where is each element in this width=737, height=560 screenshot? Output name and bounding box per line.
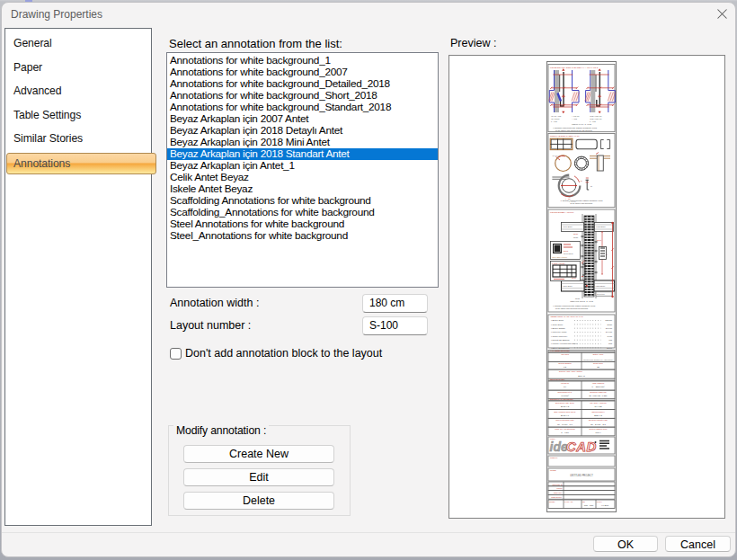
- svg-text:40ø: 40ø: [608, 339, 613, 342]
- svg-text:• Temel Pas Payı: • Temel Pas Payı: [551, 335, 567, 338]
- svg-text:1/50 - 1/50: 1/50 - 1/50: [584, 504, 594, 506]
- svg-text:(a/2) 40ø+Lü: (a/2) 40ø+Lü: [590, 118, 602, 120]
- svg-text:40.8 t/m²: 40.8 t/m²: [561, 395, 569, 396]
- svg-text:2.0 cm: 2.0 cm: [606, 331, 612, 333]
- svg-text:Deprem Yükü Analiz Yöntemi: Deprem Yükü Analiz Yöntemi: [559, 370, 582, 372]
- svg-text:L=40ø: L=40ø: [551, 120, 557, 122]
- svg-text:Bina Önem Kats. (BKS): Bina Önem Kats. (BKS): [555, 402, 574, 404]
- svg-text:ø8/20: ø8/20: [573, 236, 579, 238]
- svg-text:Rx= 7.0 Ry= 7.0: Rx= 7.0 Ry= 7.0: [557, 423, 573, 425]
- svg-text:Dx= 2.9 Dy= 2.8: Dx= 2.9 Dy= 2.8: [590, 423, 606, 425]
- svg-text:PROJE: PROJE: [550, 469, 556, 471]
- svg-text:Kat Sayısı: Kat Sayısı: [561, 382, 570, 384]
- svg-text:Dayanım Fazlalığı Kats.: Dayanım Fazlalığı Kats.: [589, 419, 608, 421]
- svg-text:to be taken into account for s: to be taken into account for stirrups.: [555, 307, 589, 309]
- svg-text:ide: ide: [550, 440, 568, 454]
- svg-text:± 40ø: ± 40ø: [572, 118, 577, 120]
- svg-text:BHS H 6: BHS H 6: [561, 414, 570, 416]
- svg-text:ø8/10: ø8/10: [597, 239, 602, 241]
- svg-text:S101: S101: [564, 250, 569, 252]
- svg-text:Yapı Sınıfı: Yapı Sınıfı: [561, 353, 570, 355]
- svg-text:ø8/10: ø8/10: [607, 347, 613, 350]
- svg-text:ø8 etriye: ø8 etriye: [553, 155, 561, 156]
- svg-text:TARİH: TARİH: [597, 501, 602, 502]
- svg-text:2.5 cm: 2.5 cm: [606, 327, 612, 330]
- svg-text:** Design requirements: TS500: ** Design requirements: TS500 durability…: [553, 305, 596, 307]
- svg-text:± 1.5 Lü: ± 1.5 Lü: [572, 115, 580, 117]
- svg-text:• Pas Payı (kiriş): • Pas Payı (kiriş): [551, 331, 567, 333]
- svg-text:Ex=0.804 Ey=0.229: Ex=0.804 Ey=0.229: [589, 395, 608, 396]
- svg-text:S420: S420: [607, 324, 612, 326]
- svg-text:10ø: 10ø: [608, 342, 613, 345]
- svg-text:KOLON BOYUNA DONATI EK DETAYI: KOLON BOYUNA DONATI EK DETAYI — TIP 1 / …: [550, 67, 599, 68]
- svg-text:4ø16+2ø14 toplam: 4ø16+2ø14 toplam: [552, 256, 567, 258]
- svg-text:Zemin Sınıfı: Zemin Sınıfı: [593, 362, 603, 364]
- svg-text:Zemin Emniyet G.: Zemin Emniyet G.: [557, 391, 572, 393]
- svg-text:(a) 1.5Lü: (a) 1.5Lü: [551, 118, 560, 120]
- svg-text:ø8/10: ø8/10: [572, 277, 577, 279]
- svg-text:TH 4.88: TH 4.88: [594, 405, 602, 407]
- svg-text:Bina Yükseklik Sınıfı (BYS): Bina Yükseklik Sınıfı (BYS): [554, 411, 575, 413]
- svg-text:Pafta No/Rev.: Pafta No/Rev.: [551, 496, 563, 498]
- svg-text:Maks. Rel. Kat Ötelemesi: Maks. Rel. Kat Ötelemesi: [555, 428, 575, 430]
- svg-text:TS500 8.1.5, ø=8/12: TS500 8.1.5, ø=8/12: [572, 123, 592, 126]
- svg-text:UNTITLED PROJECT: UNTITLED PROJECT: [570, 474, 593, 477]
- svg-text:30/60 ø8/10: 30/60 ø8/10: [564, 253, 574, 254]
- svg-text:Deprem Tasarım Sınıfı: Deprem Tasarım Sınıfı: [590, 428, 608, 430]
- svg-text:CAD: CAD: [566, 439, 597, 454]
- svg-text:NERVÜR 500/3, ø=8/12: NERVÜR 500/3, ø=8/12: [570, 300, 593, 303]
- svg-text:Tarih/ Rev.: Tarih/ Rev.: [554, 492, 563, 493]
- svg-text:ø8/10: ø8/10: [573, 233, 579, 235]
- svg-text:KOLON DÜŞEY AÇILIMI: KOLON DÜŞEY AÇILIMI: [550, 211, 574, 214]
- svg-text:BHS H 3: BHS H 3: [561, 405, 570, 407]
- svg-text:5 cm: 5 cm: [608, 335, 612, 338]
- svg-text:• Etriye Sıklaştırma: • Etriye Sıklaştırma: [551, 347, 570, 350]
- svg-text:MÜELLİF: MÜELLİF: [550, 457, 558, 458]
- svg-text:K = 2500 t/m³: K = 2500 t/m³: [592, 386, 605, 387]
- svg-text:TABLO: KOLON: TABLO: KOLON: [552, 262, 565, 264]
- svg-text:L=40ø: L=40ø: [590, 120, 596, 122]
- svg-text:K202 25/50: K202 25/50: [596, 285, 606, 287]
- svg-text:Yatak Katsayısı: Yatak Katsayısı: [592, 382, 605, 384]
- svg-text:Kat Adedi / Yükseklik: Kat Adedi / Yükseklik: [590, 402, 607, 404]
- svg-text:BTS H 2: BTS H 2: [594, 414, 602, 416]
- svg-text:YAPI GENEL BİLGİLERİ: YAPI GENEL BİLGİLERİ: [550, 350, 570, 351]
- svg-text:ZEMİN BİLGİLERİ: ZEMİN BİLGİLERİ: [550, 378, 565, 380]
- svg-text:Deprem Bölgesi: Deprem Bölgesi: [558, 362, 572, 364]
- svg-text:4.6.2017: 4.6.2017: [601, 504, 609, 506]
- svg-text:Süneklik Düzeyi: Süneklik Düzeyi: [591, 411, 605, 413]
- svg-text:** Design requirements: TS500: ** Design requirements: TS500 durability…: [560, 200, 603, 201]
- svg-text:K201 25/50: K201 25/50: [563, 285, 573, 287]
- svg-text:Spektrum Katsayıları: Spektrum Katsayıları: [590, 391, 607, 393]
- svg-text:to be taken into account.: to be taken into account.: [570, 202, 592, 204]
- svg-text:K102 25/50: K102 25/50: [596, 226, 606, 227]
- svg-text:C30/37: C30/37: [605, 319, 612, 322]
- svg-text:• Donatı Ek Bölgesi: • Donatı Ek Bölgesi: [551, 339, 570, 342]
- svg-text:K101 25/50: K101 25/50: [563, 226, 573, 227]
- svg-text:45°: 45°: [581, 180, 583, 182]
- svg-text:C30/37 S420 (B420C) fyk=4200 k: C30/37 S420 (B420C) fyk=4200 kg/cm²: [583, 359, 613, 360]
- svg-text:a = 0.30: a = 0.30: [561, 431, 569, 433]
- svg-text:• Beton Örtüsü: • Beton Örtüsü: [551, 327, 565, 330]
- svg-text:• Kanca / Kenetlenme Boyu: • Kanca / Kenetlenme Boyu: [551, 342, 578, 345]
- svg-text:to be taken into account for l: to be taken into account for lap splices…: [555, 129, 593, 132]
- svg-text:PROFİL VE DONATI DETAYLARI: PROFİL VE DONATI DETAYLARI: [550, 135, 580, 137]
- svg-text:• Beton Sınıfı: • Beton Sınıfı: [551, 319, 564, 322]
- svg-text:DEPREM PARAMETRELERİ: DEPREM PARAMETRELERİ: [550, 398, 573, 400]
- svg-text:PAFTA ADI: PAFTA ADI: [564, 501, 573, 502]
- svg-text:Kontrol: Kontrol: [556, 487, 563, 489]
- svg-text:(a/2) 40ø+Lü: (a/2) 40ø+Lü: [590, 115, 602, 117]
- svg-text:• Çelik Sınıfı: • Çelik Sınıfı: [551, 324, 563, 326]
- svg-text:MW 4: MW 4: [596, 431, 602, 433]
- svg-text:30/60 tipik: 30/60 tipik: [597, 293, 605, 295]
